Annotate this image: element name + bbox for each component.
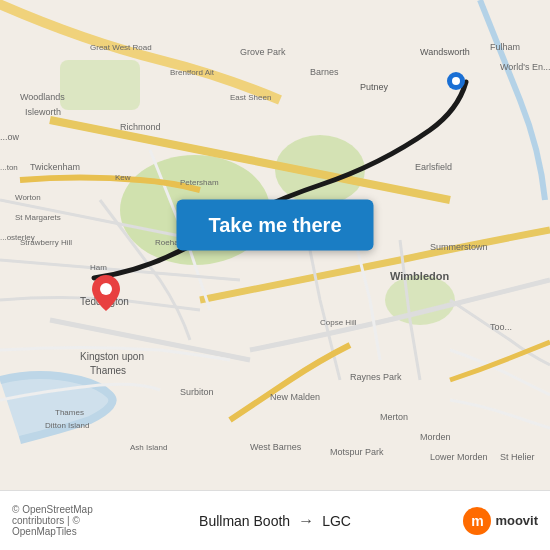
footer: © OpenStreetMap contributors | © OpenMap… [0, 490, 550, 550]
moovit-logo-icon: m [463, 507, 491, 535]
svg-text:Strawberry Hill: Strawberry Hill [20, 238, 72, 247]
svg-text:Wimbledon: Wimbledon [390, 270, 449, 282]
origin-label: Bullman Booth [199, 513, 290, 529]
map-container: Twickenham Richmond East Sheen Putney Wa… [0, 0, 550, 490]
destination-marker [447, 72, 465, 94]
svg-text:East Sheen: East Sheen [230, 93, 271, 102]
svg-text:Ditton Island: Ditton Island [45, 421, 89, 430]
svg-text:Brentford Ait: Brentford Ait [170, 68, 215, 77]
svg-text:Great West Road: Great West Road [90, 43, 152, 52]
svg-text:Thames: Thames [90, 365, 126, 376]
svg-text:Lower Morden: Lower Morden [430, 452, 488, 462]
svg-text:World's En...: World's En... [500, 62, 550, 72]
route-arrow: → [298, 512, 314, 530]
svg-text:Earlsfield: Earlsfield [415, 162, 452, 172]
svg-text:Barnes: Barnes [310, 67, 339, 77]
svg-text:...ton: ...ton [0, 163, 18, 172]
svg-text:Raynes Park: Raynes Park [350, 372, 402, 382]
route-info: Bullman Booth → LGC [144, 512, 407, 530]
svg-text:Too...: Too... [490, 322, 512, 332]
svg-text:West Barnes: West Barnes [250, 442, 302, 452]
svg-text:Richmond: Richmond [120, 122, 161, 132]
svg-text:Worton: Worton [15, 193, 41, 202]
svg-text:Wandsworth: Wandsworth [420, 47, 470, 57]
svg-point-51 [452, 77, 460, 85]
svg-text:Ash Island: Ash Island [130, 443, 167, 452]
svg-text:Twickenham: Twickenham [30, 162, 80, 172]
attribution: © OpenStreetMap contributors | © OpenMap… [12, 504, 144, 537]
svg-text:Grove Park: Grove Park [240, 47, 286, 57]
svg-text:Ham: Ham [90, 263, 107, 272]
svg-text:Kingston upon: Kingston upon [80, 351, 144, 362]
svg-text:Fulham: Fulham [490, 42, 520, 52]
svg-text:Morden: Morden [420, 432, 451, 442]
svg-rect-3 [60, 60, 140, 110]
moovit-branding: m moovit [407, 507, 539, 535]
moovit-logo-text: moovit [495, 513, 538, 528]
svg-text:St Margarets: St Margarets [15, 213, 61, 222]
svg-text:Petersham: Petersham [180, 178, 219, 187]
take-me-there-button[interactable]: Take me there [176, 200, 373, 251]
svg-text:Motspur Park: Motspur Park [330, 447, 384, 457]
origin-marker [92, 275, 120, 315]
svg-text:St Helier: St Helier [500, 452, 535, 462]
svg-text:Kew: Kew [115, 173, 131, 182]
svg-text:New Malden: New Malden [270, 392, 320, 402]
svg-text:Summerstown: Summerstown [430, 242, 488, 252]
svg-text:Surbiton: Surbiton [180, 387, 214, 397]
svg-text:Thames: Thames [55, 408, 84, 417]
svg-text:...ow: ...ow [0, 132, 20, 142]
attribution-text: © OpenStreetMap contributors | © OpenMap… [12, 504, 93, 537]
svg-point-49 [100, 283, 112, 295]
destination-label: LGC [322, 513, 351, 529]
svg-text:Woodlands: Woodlands [20, 92, 65, 102]
svg-text:Merton: Merton [380, 412, 408, 422]
svg-text:Isleworth: Isleworth [25, 107, 61, 117]
svg-text:Putney: Putney [360, 82, 389, 92]
svg-text:Copse Hill: Copse Hill [320, 318, 357, 327]
